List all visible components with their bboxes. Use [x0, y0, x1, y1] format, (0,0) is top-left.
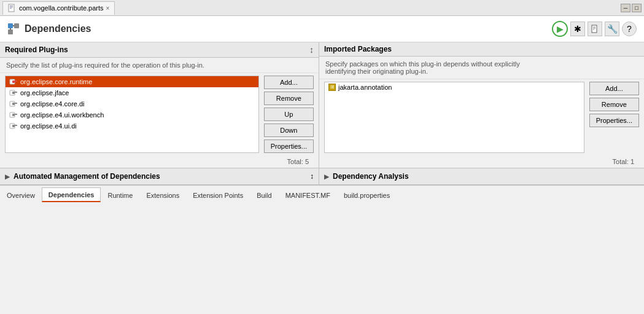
required-plugins-description: Specify the list of plug-ins required fo… — [6, 61, 204, 69]
svg-rect-15 — [15, 80, 17, 82]
tab-overview[interactable]: Overview — [0, 187, 42, 202]
imported-packages-header: Imported Packages — [319, 42, 644, 57]
document-button[interactable] — [588, 22, 602, 36]
svg-rect-21 — [15, 103, 17, 104]
bottom-sections: ▶ Automated Management of Dependencies ↕… — [0, 168, 644, 185]
plugin-icon-4 — [9, 122, 18, 130]
tab-close-button[interactable]: × — [106, 5, 110, 12]
imported-packages-desc: Specify packages on which this plug-in d… — [319, 57, 644, 79]
panels-row: Required Plug-ins ↕ Specify the list of … — [0, 42, 644, 168]
package-total: Total: 1 — [319, 155, 639, 168]
dependency-analysis-title: Dependency Analysis — [333, 172, 409, 181]
add-package-button[interactable]: Add... — [589, 82, 639, 95]
tab-runtime[interactable]: Runtime — [101, 187, 139, 202]
svg-rect-14 — [12, 80, 15, 83]
help-button[interactable]: ? — [622, 22, 637, 36]
dependency-analysis-header[interactable]: ▶ Dependency Analysis — [319, 168, 644, 185]
svg-rect-17 — [12, 92, 15, 94]
svg-rect-9 — [592, 25, 597, 33]
svg-rect-1 — [10, 6, 13, 6]
tab-extension-points[interactable]: Extension Points — [186, 187, 250, 202]
left-buttons: Add... Remove Up Down Properties... — [259, 73, 319, 155]
right-buttons: Add... Remove Properties... — [584, 79, 644, 155]
properties-package-button[interactable]: Properties... — [589, 114, 639, 127]
minimize-button[interactable]: ─ — [621, 4, 630, 12]
plugin-list-container: org.eclipse.core.runtime org.eclipse.jfa… — [0, 73, 319, 155]
package-list-container: ⊞ jakarta.annotation Add... Remove Prope… — [319, 79, 644, 155]
package-list: ⊞ jakarta.annotation — [324, 82, 584, 153]
svg-rect-24 — [15, 114, 17, 115]
window-controls: ─ □ — [621, 4, 642, 12]
tab-extensions[interactable]: Extensions — [139, 187, 186, 202]
bottom-tabs: Overview Dependencies Runtime Extensions… — [0, 185, 644, 202]
imported-packages-desc2: identifying their originating plug-in. — [325, 68, 428, 75]
plugin-item-3[interactable]: org.eclipse.e4.ui.workbench — [6, 109, 258, 120]
properties-plugin-button[interactable]: Properties... — [264, 139, 314, 153]
svg-rect-5 — [14, 23, 19, 28]
plugin-icon-2 — [9, 100, 18, 108]
tools-button[interactable]: 🔧 — [605, 22, 619, 36]
main-area: Required Plug-ins ↕ Specify the list of … — [0, 42, 644, 185]
up-plugin-button[interactable]: Up — [264, 108, 314, 121]
down-plugin-button[interactable]: Down — [264, 124, 314, 137]
plugin-item-4[interactable]: org.eclipse.e4.ui.di — [6, 120, 258, 131]
plugin-icon-3 — [9, 111, 18, 119]
bottom-right-section: ▶ Dependency Analysis — [319, 168, 644, 185]
tab-manifest[interactable]: MANIFEST.MF — [279, 187, 337, 202]
svg-rect-2 — [10, 7, 13, 7]
gear-icon-button[interactable]: ✱ — [570, 22, 585, 36]
required-plugins-desc: Specify the list of plug-ins required fo… — [0, 58, 319, 73]
svg-rect-4 — [8, 23, 13, 28]
triangle-icon: ▶ — [5, 173, 10, 180]
imported-packages-title: Imported Packages — [324, 45, 392, 53]
svg-rect-20 — [12, 103, 15, 105]
svg-rect-6 — [8, 29, 13, 34]
svg-rect-27 — [15, 125, 17, 126]
tab-dependencies[interactable]: Dependencies — [42, 187, 101, 202]
automated-management-header[interactable]: ▶ Automated Management of Dependencies ↕ — [0, 168, 319, 185]
maximize-button[interactable]: □ — [632, 4, 642, 12]
remove-plugin-button[interactable]: Remove — [264, 92, 314, 105]
required-plugins-title: Required Plug-ins — [5, 45, 68, 54]
dependencies-icon — [7, 23, 20, 35]
file-icon — [8, 4, 17, 12]
dependency-analysis-left: ▶ Dependency Analysis — [324, 172, 409, 181]
plugin-item-0[interactable]: org.eclipse.core.runtime — [6, 76, 258, 87]
automated-management-title: Automated Management of Dependencies — [14, 172, 160, 181]
document-icon — [591, 25, 599, 33]
left-panel: Required Plug-ins ↕ Specify the list of … — [0, 42, 319, 168]
svg-rect-26 — [12, 125, 15, 127]
page-title-container: Dependencies — [7, 23, 91, 35]
plugin-item-2[interactable]: org.eclipse.e4.core.di — [6, 98, 258, 109]
plugin-total: Total: 5 — [0, 155, 314, 168]
header: Dependencies ▶ ✱ 🔧 ? — [0, 16, 644, 42]
tab-build[interactable]: Build — [250, 187, 278, 202]
page-title: Dependencies — [25, 23, 91, 34]
plugin-icon-1 — [9, 88, 18, 97]
sort-icon[interactable]: ↕ — [309, 45, 314, 55]
package-item-0[interactable]: ⊞ jakarta.annotation — [325, 82, 584, 92]
title-bar: com.vogella.contribute.parts × ─ □ — [0, 0, 644, 16]
plugin-item-1[interactable]: org.eclipse.jface — [6, 87, 258, 98]
dep-triangle-icon: ▶ — [324, 173, 329, 180]
tab-build-properties[interactable]: build.properties — [337, 187, 397, 202]
bottom-left-section: ▶ Automated Management of Dependencies ↕ — [0, 168, 319, 185]
automated-sort-icon[interactable]: ↕ — [310, 172, 314, 181]
svg-rect-23 — [12, 114, 15, 116]
editor-tab[interactable]: com.vogella.contribute.parts × — [2, 1, 115, 15]
required-plugins-header: Required Plug-ins ↕ — [0, 42, 319, 58]
run-button[interactable]: ▶ — [552, 21, 568, 37]
package-icon-0: ⊞ — [328, 84, 336, 91]
svg-rect-18 — [15, 92, 17, 93]
toolbar: ▶ ✱ 🔧 ? — [552, 21, 637, 37]
add-plugin-button[interactable]: Add... — [264, 76, 314, 89]
right-panel: Imported Packages Specify packages on wh… — [319, 42, 644, 168]
plugin-list: org.eclipse.core.runtime org.eclipse.jfa… — [5, 76, 259, 153]
automated-management-left: ▶ Automated Management of Dependencies — [5, 172, 160, 181]
remove-package-button[interactable]: Remove — [589, 98, 639, 111]
imported-packages-desc1: Specify packages on which this plug-in d… — [325, 60, 520, 68]
svg-rect-3 — [10, 8, 12, 9]
tab-label: com.vogella.contribute.parts — [19, 4, 104, 12]
plugin-icon-0 — [9, 77, 18, 86]
